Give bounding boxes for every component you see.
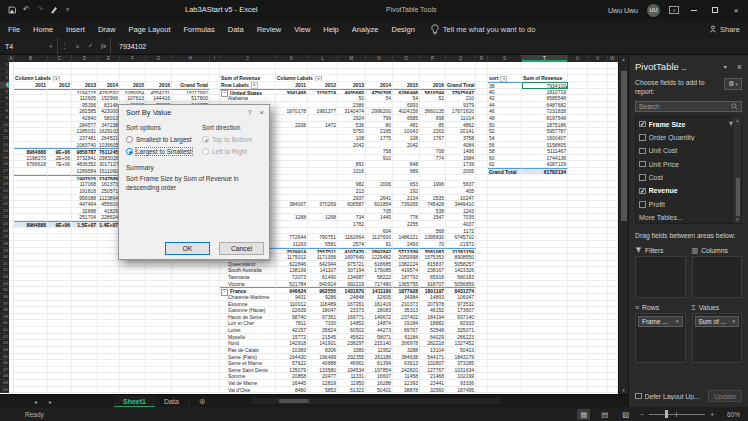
grid-cell[interactable]: 80: [366, 122, 393, 129]
grid-cell[interactable]: [608, 122, 618, 129]
grid-cell[interactable]: [420, 62, 446, 69]
grid-cell[interactable]: 4554231: [146, 89, 172, 96]
ribbon-tab-review[interactable]: Review: [257, 25, 282, 34]
grid-cell[interactable]: [608, 148, 618, 155]
grid-cell[interactable]: [522, 62, 568, 69]
grid-cell[interactable]: [608, 115, 618, 122]
grid-cell[interactable]: [98, 281, 120, 288]
grid-cell[interactable]: [608, 135, 618, 142]
grid-cell[interactable]: [120, 360, 146, 367]
grid-cell[interactable]: [522, 234, 568, 241]
grid-cell[interactable]: [14, 267, 48, 274]
grid-cell[interactable]: 61782134: [522, 168, 568, 175]
grid-cell[interactable]: [420, 175, 446, 182]
grid-cell[interactable]: 3758: [446, 135, 476, 142]
grid-cell[interactable]: 23373: [338, 307, 366, 314]
grid-cell[interactable]: [48, 267, 72, 274]
grid-cell[interactable]: [588, 201, 608, 208]
grid-cell[interactable]: [488, 307, 522, 314]
grid-cell[interactable]: [522, 267, 568, 274]
grid-cell[interactable]: [568, 274, 588, 281]
grid-cell[interactable]: 2006: [366, 181, 393, 188]
grid-cell[interactable]: 2535: [420, 195, 446, 202]
grid-cell[interactable]: [588, 261, 608, 268]
grid-cell[interactable]: [588, 69, 608, 76]
grid-cell[interactable]: [522, 373, 568, 380]
grid-cell[interactable]: 282585: [72, 108, 98, 115]
grid-cell[interactable]: 1629103: [98, 128, 120, 135]
grid-cell[interactable]: [522, 294, 568, 301]
grid-cell[interactable]: [210, 301, 220, 308]
grid-cell[interactable]: 4935660: [338, 89, 366, 96]
grid-cell[interactable]: 14874: [366, 320, 393, 327]
grid-cell[interactable]: [568, 95, 588, 102]
grid-cell[interactable]: [588, 320, 608, 327]
grid-cell[interactable]: [14, 347, 48, 354]
grid-cell[interactable]: 42: [488, 95, 522, 102]
ok-button[interactable]: OK: [165, 242, 210, 255]
grid-cell[interactable]: sort: [488, 75, 522, 82]
grid-cell[interactable]: [588, 175, 608, 182]
grid-cell[interactable]: [588, 89, 608, 96]
grid-cell[interactable]: 1036605: [98, 142, 120, 149]
grid-cell[interactable]: 419574: [393, 267, 420, 274]
grid-cell[interactable]: [476, 294, 488, 301]
grid-cell[interactable]: [338, 175, 366, 182]
grid-cell[interactable]: [488, 354, 522, 361]
grid-cell[interactable]: 717480: [366, 281, 393, 288]
grid-cell[interactable]: [98, 347, 120, 354]
row-header-19[interactable]: 19: [0, 181, 9, 188]
grid-cell[interactable]: 1268: [308, 214, 338, 221]
grid-cell[interactable]: 12819: [308, 380, 338, 387]
grid-cell[interactable]: 2641: [366, 195, 393, 202]
grid-cell[interactable]: [608, 214, 618, 221]
column-header-S[interactable]: S: [488, 55, 522, 62]
row-header-20[interactable]: 20: [0, 188, 9, 195]
grid-cell[interactable]: [72, 334, 98, 341]
ribbon-tab-design[interactable]: Design: [391, 25, 414, 34]
grid-cell[interactable]: [588, 307, 608, 314]
grid-cell[interactable]: 54: [393, 95, 420, 102]
grid-cell[interactable]: [568, 314, 588, 321]
grid-cell[interactable]: [522, 360, 568, 367]
grid-cell[interactable]: [72, 320, 98, 327]
grid-cell[interactable]: 65918: [420, 274, 446, 281]
grid-cell[interactable]: 1175012: [276, 254, 308, 261]
grid-cell[interactable]: [14, 354, 48, 361]
grid-cell[interactable]: [568, 241, 588, 248]
grid-cell[interactable]: 17671620: [446, 108, 476, 115]
grid-cell[interactable]: 540914: [308, 281, 338, 288]
grid-cell[interactable]: [608, 95, 618, 102]
grid-cell[interactable]: [568, 155, 588, 162]
grid-cell[interactable]: 22639: [276, 307, 308, 314]
grid-cell[interactable]: Sum of Revenue: [220, 75, 276, 82]
grid-cell[interactable]: [608, 89, 618, 96]
grid-cell[interactable]: 918707: [420, 281, 446, 288]
grid-cell[interactable]: [308, 195, 338, 202]
grid-cell[interactable]: [276, 95, 308, 102]
ribbon-tab-page-layout[interactable]: Page Layout: [128, 25, 170, 34]
grid-cell[interactable]: 14893: [420, 294, 446, 301]
grid-cell[interactable]: [98, 354, 120, 361]
grid-cell[interactable]: 161373: [98, 181, 120, 188]
row-header-18[interactable]: 18: [0, 175, 9, 182]
grid-cell[interactable]: 284577: [72, 122, 98, 129]
grid-cell[interactable]: 3660135: [420, 108, 446, 115]
grid-cell[interactable]: [72, 267, 98, 274]
grid-cell[interactable]: [172, 267, 210, 274]
grid-cell[interactable]: [338, 155, 366, 162]
grid-cell[interactable]: 5810594: [420, 89, 446, 96]
row-header-42[interactable]: 42: [0, 334, 9, 341]
grid-cell[interactable]: [568, 69, 588, 76]
grid-cell[interactable]: [98, 367, 120, 374]
grid-cell[interactable]: [608, 75, 618, 82]
grid-cell[interactable]: [608, 320, 618, 327]
grid-cell[interactable]: 2005: [446, 168, 476, 175]
grid-cell[interactable]: 4084: [446, 142, 476, 149]
grid-cell[interactable]: 133580: [308, 367, 338, 374]
grid-cell[interactable]: [48, 102, 72, 109]
grid-cell[interactable]: [98, 307, 120, 314]
grid-cell[interactable]: [608, 188, 618, 195]
grid-cell[interactable]: [308, 95, 338, 102]
grid-cell[interactable]: 62: [488, 161, 522, 168]
